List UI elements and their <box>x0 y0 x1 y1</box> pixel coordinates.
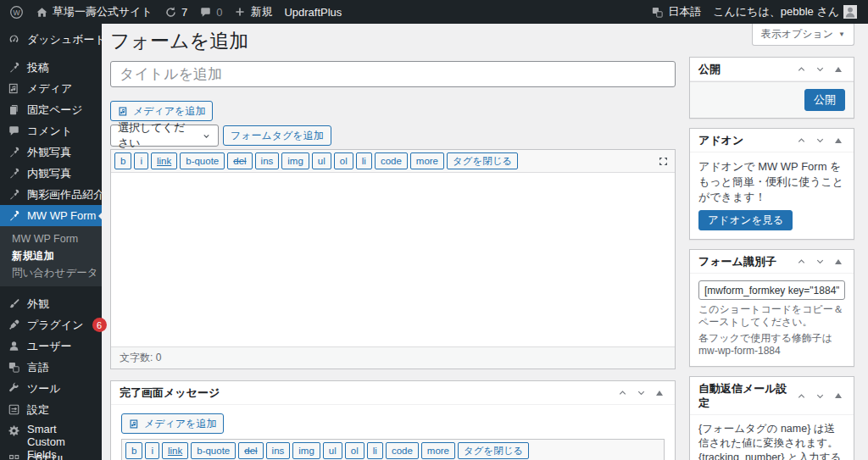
collapse-toggle-icon[interactable] <box>832 389 845 402</box>
add-media-button[interactable]: メディアを追加 <box>121 413 224 434</box>
site-name-link[interactable]: 草場一壽公式サイト <box>30 0 159 24</box>
sidebar-item-appearance[interactable]: 外観 <box>0 293 102 314</box>
sidebar-item-label: ツール <box>27 381 61 396</box>
sidebar-item-settings[interactable]: 設定 <box>0 399 102 420</box>
add-form-tag-button[interactable]: フォームタグを追加 <box>223 125 331 146</box>
qt-del-button[interactable]: del <box>238 442 263 459</box>
move-down-icon[interactable] <box>634 386 648 400</box>
addon-panel-header[interactable]: アドオン <box>690 129 854 152</box>
qt-ul-button[interactable]: ul <box>323 442 342 459</box>
sidebar-item-label: コメント <box>27 124 72 139</box>
qt-bold-button[interactable]: b <box>114 152 131 169</box>
updates-link[interactable]: 7 <box>159 0 193 24</box>
account-menu[interactable]: こんにちは、pebble さん <box>707 0 863 24</box>
updraftplus-menu[interactable]: UpdraftPlus <box>278 0 348 24</box>
panel-handle-actions <box>615 386 666 400</box>
qt-blockquote-button[interactable]: b-quote <box>180 152 225 169</box>
sidebar-item-artworks[interactable]: 陶彩画作品紹介 <box>0 184 102 205</box>
dashboard-icon <box>8 33 20 46</box>
qt-link-button[interactable]: link <box>162 442 188 459</box>
qt-more-button[interactable]: more <box>410 152 444 169</box>
collapse-toggle-icon[interactable] <box>832 134 845 147</box>
form-content-textarea[interactable] <box>111 173 675 346</box>
add-media-label: メディアを追加 <box>144 417 216 431</box>
move-down-icon[interactable] <box>813 134 826 147</box>
auto-reply-panel-header[interactable]: 自動返信メール設定 <box>690 377 854 415</box>
add-media-button[interactable]: メディアを追加 <box>110 101 213 121</box>
move-down-icon[interactable] <box>813 255 826 269</box>
shortcode-copy-note: このショートコードをコピー＆ペーストしてください。 <box>698 303 845 329</box>
view-addons-button[interactable]: アドオンを見る <box>698 210 793 230</box>
form-key-panel-header[interactable]: フォーム識別子 <box>690 250 854 274</box>
sidebar-item-media[interactable]: メディア <box>0 78 102 99</box>
qt-del-button[interactable]: del <box>227 152 252 169</box>
form-tag-row: 選択してください フォームタグを追加 <box>110 125 676 147</box>
qt-close-tags-button[interactable]: タグを閉じる <box>447 152 518 169</box>
qt-li-button[interactable]: li <box>356 152 372 169</box>
move-up-icon[interactable] <box>794 63 808 76</box>
qt-code-button[interactable]: code <box>386 442 419 459</box>
qt-ins-button[interactable]: ins <box>266 442 291 459</box>
submenu-item-mw-wp-form[interactable]: MW WP Form <box>0 230 102 247</box>
qt-more-button[interactable]: more <box>421 442 455 459</box>
fullscreen-icon[interactable] <box>655 153 671 169</box>
sidebar-item-mw-wp-form[interactable]: MW WP Form <box>0 205 102 226</box>
language-label: 日本語 <box>668 4 701 19</box>
sidebar-item-plugins[interactable]: プラグイン 6 <box>0 314 102 335</box>
submenu-item-inquiry-data[interactable]: 問い合わせデータ <box>0 264 102 281</box>
form-tag-select[interactable]: 選択してください <box>110 125 219 147</box>
qt-ul-button[interactable]: ul <box>312 152 331 169</box>
sidebar-item-label: 固定ページ <box>27 103 83 118</box>
qt-code-button[interactable]: code <box>375 152 408 169</box>
publish-button[interactable]: 公開 <box>804 89 845 111</box>
submenu-item-add-new[interactable]: 新規追加 <box>0 247 102 264</box>
shortcode-input[interactable] <box>698 280 845 300</box>
sidebar-item-label: MW WP Form <box>27 209 96 222</box>
sidebar-item-smart-custom-fields[interactable]: Smart Custom Fields <box>0 420 102 449</box>
form-title-input[interactable] <box>110 61 676 87</box>
move-up-icon[interactable] <box>794 134 808 147</box>
collapse-toggle-icon[interactable] <box>653 386 666 400</box>
move-up-icon[interactable] <box>794 255 808 269</box>
sidebar-item-exterior-photos[interactable]: 外観写真 <box>0 141 102 163</box>
qt-img-button[interactable]: img <box>292 442 320 459</box>
sidebar-item-languages[interactable]: 言語 <box>0 357 102 378</box>
move-up-icon[interactable] <box>794 389 808 402</box>
qt-ol-button[interactable]: ol <box>345 442 364 459</box>
sidebar-item-pages[interactable]: 固定ページ <box>0 99 102 120</box>
move-down-icon[interactable] <box>813 63 826 76</box>
complete-message-panel-header[interactable]: 完了画面メッセージ <box>111 381 675 405</box>
qt-img-button[interactable]: img <box>281 152 309 169</box>
sidebar-item-tools[interactable]: ツール <box>0 378 102 399</box>
screen-options-button[interactable]: 表示オプション ▼ <box>752 24 854 46</box>
sidebar-item-interior-photos[interactable]: 内観写真 <box>0 163 102 184</box>
publish-panel-header[interactable]: 公開 <box>690 58 854 81</box>
move-up-icon[interactable] <box>615 386 629 400</box>
qt-italic-button[interactable]: i <box>145 442 159 459</box>
sidebar-item-comments[interactable]: コメント <box>0 120 102 141</box>
qt-italic-button[interactable]: i <box>134 152 148 169</box>
sidebar-item-posts[interactable]: 投稿 <box>0 57 102 78</box>
wordpress-logo-icon[interactable]: W <box>3 0 30 24</box>
sidebar-item-cpt-ui[interactable]: CPT UI <box>0 449 102 460</box>
qt-link-button[interactable]: link <box>151 152 177 169</box>
sidebar-item-label: 設定 <box>27 402 49 418</box>
qt-close-tags-button[interactable]: タグを閉じる <box>458 442 529 459</box>
move-down-icon[interactable] <box>813 389 826 402</box>
quicktags-toolbar: b i link b-quote del ins img ul ol li co… <box>122 440 664 460</box>
qt-ins-button[interactable]: ins <box>255 152 280 169</box>
comments-link[interactable]: 0 <box>193 0 228 24</box>
language-switcher[interactable]: 日本語 <box>645 0 707 24</box>
auto-reply-panel-body: {フォームタグの name} は送信された値に変換されます。 {tracking… <box>690 415 854 460</box>
new-content-link[interactable]: 新規 <box>228 0 278 24</box>
sidebar-item-dashboard[interactable]: ダッシュボード <box>0 29 102 50</box>
qt-blockquote-button[interactable]: b-quote <box>191 442 236 459</box>
qt-bold-button[interactable]: b <box>125 442 142 459</box>
collapse-toggle-icon[interactable] <box>832 255 845 269</box>
sidebar-item-users[interactable]: ユーザー <box>0 335 102 357</box>
new-content-label: 新規 <box>250 4 272 19</box>
qt-li-button[interactable]: li <box>367 442 383 459</box>
qt-ol-button[interactable]: ol <box>334 152 353 169</box>
svg-text:W: W <box>13 8 19 16</box>
collapse-toggle-icon[interactable] <box>832 63 845 76</box>
